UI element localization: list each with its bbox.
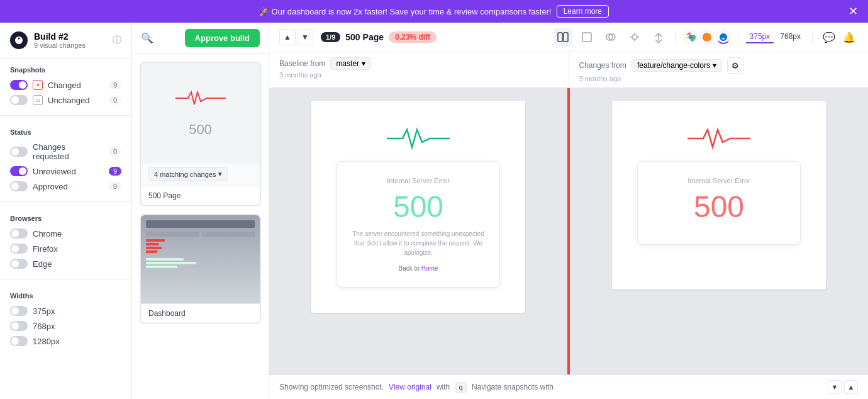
thumbnail-dashboard[interactable]: Dashboard xyxy=(140,214,261,324)
divider-2 xyxy=(0,201,131,202)
banner-text: 🚀 Our dashboard is now 2x faster! Save y… xyxy=(259,5,609,18)
prev-button[interactable]: ▲ xyxy=(279,29,296,45)
changes-snapshot-container[interactable]: Internal Server Error 500 xyxy=(570,88,868,374)
unreviewed-filter[interactable]: Unreviewed 9 xyxy=(10,164,121,179)
matching-changes-button[interactable]: 4 matching changes ▾ xyxy=(148,167,228,181)
focus-view-button[interactable] xyxy=(625,28,644,47)
width-768-filter[interactable]: 768px xyxy=(10,318,121,334)
thumbnail-dashboard-footer: Dashboard xyxy=(141,303,260,323)
changed-icon: ✦ xyxy=(33,80,43,90)
edge-filter[interactable]: Edge xyxy=(10,256,121,271)
changes-panel-header: Changes from feature/change-colors ▾ ⚙ 3… xyxy=(569,52,869,87)
changes-heartbeat-icon xyxy=(687,126,750,151)
baseline-panel-header: Baseline from master ▾ 3 months ago xyxy=(269,52,569,87)
unreviewed-toggle[interactable] xyxy=(10,166,28,176)
search-button[interactable]: 🔍 xyxy=(141,32,153,44)
baseline-snapshot-container[interactable]: Internal Server Error 500 The server enc… xyxy=(269,88,567,374)
changes-error-card: Internal Server Error 500 xyxy=(637,161,801,245)
divider-3 xyxy=(0,279,131,279)
footer-navigate-text: Navigate snapshots with xyxy=(472,383,554,391)
chat-button[interactable]: 💬 xyxy=(820,28,838,46)
width-375-toggle[interactable] xyxy=(10,306,28,316)
changes-error-title: Internal Server Error xyxy=(653,177,785,184)
sidebar-header: Build #2 9 visual changes ⓘ xyxy=(0,23,131,59)
baseline-branch-chevron: ▾ xyxy=(362,59,365,68)
changed-label: Changed xyxy=(48,81,104,90)
approved-filter[interactable]: Approved 0 xyxy=(10,179,121,194)
build-subtitle: 9 visual changes xyxy=(34,42,86,49)
footer-with-text: with xyxy=(437,383,450,391)
width-768-label: 768px xyxy=(33,322,121,331)
info-icon[interactable]: ⓘ xyxy=(113,35,121,46)
firefox-icon[interactable] xyxy=(700,30,714,44)
edge-toggle[interactable] xyxy=(10,259,28,269)
thumbnail-dashboard-img xyxy=(141,215,260,303)
main-viewer: ▲ ▼ 1/9 500 Page 0.23% diff xyxy=(269,23,868,399)
baseline-snapshot: Internal Server Error 500 The server enc… xyxy=(311,101,525,313)
width-375-filter[interactable]: 375px xyxy=(10,303,121,318)
baseline-home-link[interactable]: Home xyxy=(421,265,438,272)
baseline-branch-name: master xyxy=(336,59,359,68)
chevron-down-icon: ▾ xyxy=(218,170,222,178)
thumbnail-500-name: 500 Page xyxy=(148,191,252,200)
app-logo xyxy=(10,31,28,49)
firefox-filter[interactable]: Firefox xyxy=(10,241,121,256)
width-768-toggle[interactable] xyxy=(10,321,28,331)
changes-requested-filter[interactable]: Changes requested 0 xyxy=(10,140,121,164)
diff-view-button[interactable] xyxy=(649,28,668,47)
width-768-btn[interactable]: 768px xyxy=(776,31,804,43)
banner-close-button[interactable]: ✕ xyxy=(849,4,858,18)
baseline-time: 3 months ago xyxy=(279,71,559,79)
view-original-link[interactable]: View original xyxy=(389,383,431,391)
width-1280-filter[interactable]: 1280px xyxy=(10,334,121,349)
svg-point-5 xyxy=(632,35,637,40)
changes-branch[interactable]: feature/change-colors ▾ xyxy=(632,59,722,72)
announcement-banner: 🚀 Our dashboard is now 2x faster! Save y… xyxy=(0,0,868,23)
approved-count: 0 xyxy=(109,182,121,191)
edge-label: Edge xyxy=(33,259,121,269)
width-1280-toggle[interactable] xyxy=(10,336,28,346)
notification-button[interactable]: 🔔 xyxy=(840,28,858,46)
unchanged-filter[interactable]: □ Unchanged 0 xyxy=(10,93,121,108)
unchanged-icon: □ xyxy=(33,95,43,105)
footer-nav-up-button[interactable]: ▲ xyxy=(844,380,858,394)
firefox-toggle[interactable] xyxy=(10,244,28,254)
browsers-section: Browsers Chrome Firefox Edge xyxy=(0,207,131,274)
chrome-toggle[interactable] xyxy=(10,228,28,239)
sidebar: Build #2 9 visual changes ⓘ Snapshots ✦ … xyxy=(0,23,132,399)
diff-settings-button[interactable]: ⚙ xyxy=(727,57,743,74)
baseline-branch[interactable]: master ▾ xyxy=(330,57,371,70)
diff-badge: 0.23% diff xyxy=(389,31,437,43)
edge-icon[interactable] xyxy=(716,30,730,44)
changes-requested-count: 0 xyxy=(109,147,121,156)
chrome-icon[interactable] xyxy=(684,30,698,44)
heartbeat-icon xyxy=(175,89,226,108)
next-button[interactable]: ▼ xyxy=(297,29,313,45)
learn-more-button[interactable]: Learn more xyxy=(557,5,609,18)
changes-requested-toggle[interactable] xyxy=(10,147,28,157)
svg-rect-2 xyxy=(582,33,591,42)
chrome-filter[interactable]: Chrome xyxy=(10,226,121,241)
baseline-heartbeat-icon xyxy=(387,126,450,151)
single-view-button[interactable] xyxy=(577,28,596,47)
changes-error-code: 500 xyxy=(653,189,785,224)
approve-build-button[interactable]: Approve build xyxy=(185,29,260,47)
split-view-button[interactable] xyxy=(554,28,572,47)
footer-showing-text: Showing optimized screenshot. xyxy=(279,383,384,391)
width-375-btn[interactable]: 375px xyxy=(746,31,774,43)
approved-toggle[interactable] xyxy=(10,181,28,191)
unchanged-toggle[interactable] xyxy=(10,95,28,105)
svg-rect-0 xyxy=(558,33,562,42)
status-section: Status Changes requested 0 Unreviewed 9 … xyxy=(0,121,131,196)
approved-label: Approved xyxy=(33,182,104,191)
thumbnail-500-page[interactable]: 500 4 matching changes ▾ 500 Page xyxy=(140,62,261,206)
chrome-label: Chrome xyxy=(33,229,121,239)
footer-nav-down-button[interactable]: ▼ xyxy=(828,380,842,394)
baseline-back-link: Back to Home xyxy=(352,265,484,272)
unreviewed-label: Unreviewed xyxy=(33,167,104,176)
overlay-view-button[interactable] xyxy=(601,28,620,47)
changed-toggle[interactable] xyxy=(10,80,28,90)
nav-arrows: ▲ ▼ xyxy=(279,29,313,45)
changed-filter[interactable]: ✦ Changed 9 xyxy=(10,77,121,93)
snapshots-section-title: Snapshots xyxy=(10,66,121,74)
